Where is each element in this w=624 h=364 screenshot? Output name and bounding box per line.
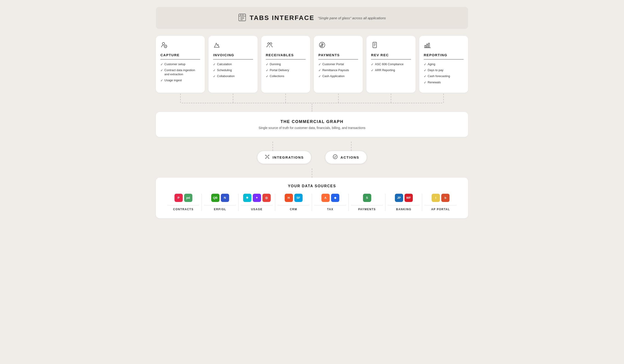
list-item: ✓Cash forecasting [424,74,464,78]
tabs-header-title: TABS INTERFACE [250,14,314,22]
action-buttons-row: INTEGRATIONS ACTIONS [156,151,468,164]
data-source-crm: HSFCRM [275,194,312,211]
item-text: Cash forecasting [428,74,450,78]
logo-stripe: S [363,194,371,202]
buttons-to-datasources-connector [156,168,468,178]
item-text: Contract data ingestion and extraction [164,68,200,77]
integrations-label: INTEGRATIONS [273,155,304,159]
logo-vertex: ◆ [331,194,339,202]
ap_portal-label: AP PORTAL [431,208,450,211]
payments-label: PAYMENTS [358,208,376,211]
item-text: Customer setup [164,62,185,66]
module-card-capture: CAPTURE✓Customer setup✓Contract data ing… [156,36,205,93]
revrec-items: ✓ASC 606 Compliance✓ARR Reporting [371,62,411,73]
logo-jpmorgan: JP [395,194,403,202]
integrations-icon [265,154,270,160]
list-item: ✓Renewals [424,80,464,85]
separator [278,205,310,206]
list-item: ✓Collaboration [213,74,253,78]
capture-items: ✓Customer setup✓Contract data ingestion … [160,62,200,83]
svg-point-11 [268,43,269,45]
check-icon: ✓ [424,74,426,78]
list-item: ✓Dunning [266,62,306,67]
check-icon: ✓ [266,74,268,78]
check-icon: ✓ [371,62,373,67]
capture-title: CAPTURE [160,53,200,59]
actions-button[interactable]: ACTIONS [325,151,367,164]
separator [351,205,383,206]
logo-netsuite: N [221,194,229,202]
list-item: ✓Collections [266,74,306,78]
reporting-title: REPORTING [424,53,464,59]
page-wrapper: TABS INTERFACE "Single pane of glass" ac… [156,7,468,218]
svg-line-24 [266,155,267,156]
erp_gl-label: ERP/GL [214,208,226,211]
item-text: Renewals [428,80,441,84]
item-text: Remittance Payouts [322,68,349,72]
data-sources-title: YOUR DATA SOURCES [165,184,459,188]
check-icon: ✓ [160,62,163,67]
check-icon: ✓ [213,68,216,73]
graph-to-buttons-connector [156,142,468,151]
logo-snowflake: ❄ [243,194,251,202]
check-icon: ✓ [318,74,321,78]
contracts-label: CONTRACTS [173,208,194,211]
receivables-title: RECEIVABLES [266,53,306,59]
check-icon: ✓ [424,62,426,67]
separator [314,205,346,206]
data-source-contracts: PpdCONTRACTS [165,194,202,211]
item-text: Collaboration [217,74,235,78]
list-item: ✓Customer Portal [318,62,358,67]
svg-rect-22 [428,43,430,48]
check-icon: ✓ [213,62,216,67]
list-item: ✓Remittance Payouts [318,68,358,73]
erp_gl-logos: QBN [211,194,229,202]
usage-logos: ❄✦◎ [243,194,271,202]
commercial-graph: THE COMMERCIAL GRAPH Single source of tr… [156,112,468,137]
crm-logos: HSF [285,194,303,202]
module-card-receivables: RECEIVABLES✓Dunning✓Portal Delivery✓Coll… [261,36,310,93]
svg-line-26 [266,157,267,158]
data-sources: YOUR DATA SOURCES PpdCONTRACTSQBNERP/GL❄… [156,178,468,218]
list-item: ✓Aging [424,62,464,67]
payments-title: PAYMENTS [318,53,358,59]
tabs-header-subtitle: "Single pane of glass" across all applic… [318,16,386,20]
list-item: ✓Days to pay [424,68,464,73]
list-item: ✓Scheduling [213,68,253,73]
integrations-button[interactable]: INTEGRATIONS [257,151,311,164]
svg-rect-21 [427,44,428,48]
svg-rect-20 [425,46,426,48]
logo-tipalti: t [432,194,440,202]
item-text: Calculation [217,62,232,66]
logo-hubspot: H [285,194,293,202]
data-source-banking: JPWFBANKING [386,194,422,211]
revrec-icon [371,41,411,50]
separator [388,205,420,206]
check-icon: ✓ [266,62,268,67]
payments-items: ✓Customer Portal✓Remittance Payouts✓Cash… [318,62,358,79]
data-sources-grid: PpdCONTRACTSQBNERP/GL❄✦◎USAGEHSFCRMA◆TAX… [165,194,459,211]
svg-point-12 [270,43,272,45]
module-card-payments: PAYMENTS✓Customer Portal✓Remittance Payo… [314,36,363,93]
commercial-graph-title: THE COMMERCIAL GRAPH [165,119,459,124]
tax-label: TAX [327,208,334,211]
usage-label: USAGE [251,208,262,211]
commercial-graph-subtitle: Single source of truth for customer data… [165,126,459,130]
logo-billtrust: b [441,194,449,202]
check-icon: ✓ [160,68,163,73]
modules-connector [156,94,468,112]
modules-row: CAPTURE✓Customer setup✓Contract data ing… [156,36,468,93]
check-icon: ✓ [160,78,163,83]
tabs-header: TABS INTERFACE "Single pane of glass" ac… [156,7,468,29]
list-item: ✓Customer setup [160,62,200,67]
list-item: ✓Portal Delivery [266,68,306,73]
data-source-usage: ❄✦◎USAGE [238,194,275,211]
module-card-reporting: REPORTING✓Aging✓Days to pay✓Cash forecas… [419,36,468,93]
svg-rect-16 [373,42,377,48]
banking-logos: JPWF [395,194,413,202]
invoicing-title: INVOICING [213,53,253,59]
reporting-icon [424,41,464,50]
check-icon: ✓ [213,74,216,78]
payments-icon [318,41,358,50]
item-text: Days to pay [428,68,443,72]
